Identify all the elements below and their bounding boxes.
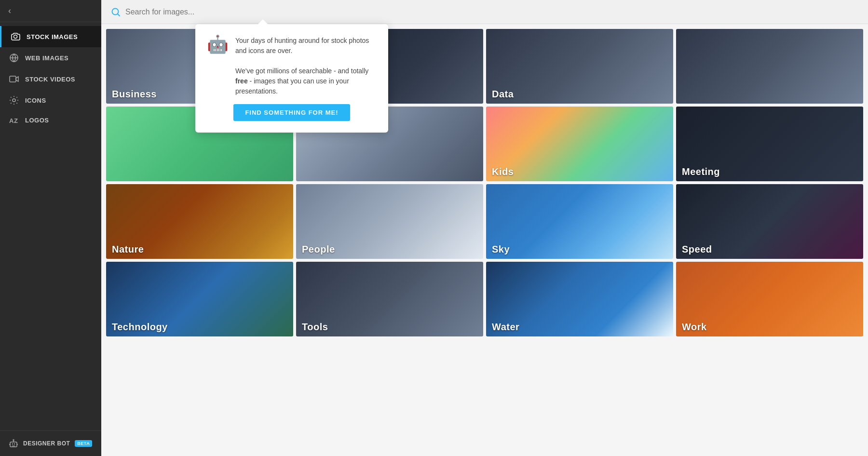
tooltip-text: Your days of hunting around for stock ph… — [235, 36, 377, 96]
sidebar-item-logos[interactable]: AZ Logos — [0, 111, 101, 130]
sidebar-top: ‹ — [0, 0, 101, 22]
grid-label-sky: Sky — [486, 240, 515, 259]
sidebar-item-label: Icons — [25, 97, 46, 104]
search-input[interactable] — [125, 8, 858, 16]
grid-label-data: Data — [486, 85, 519, 104]
tooltip-line2-pre: We've got millions of searchable - and t… — [235, 67, 368, 75]
svg-point-0 — [14, 35, 17, 39]
grid-label-work: Work — [676, 318, 713, 336]
sidebar-item-stock-videos[interactable]: Stock Videos — [0, 68, 101, 90]
grid-label-business: Business — [106, 85, 163, 104]
svg-point-3 — [13, 99, 15, 102]
sidebar: ‹ Stock Images Web Images — [0, 0, 101, 456]
grid-item-nature[interactable]: Nature — [106, 184, 293, 259]
grid-label-meeting: Meeting — [676, 162, 726, 181]
grid-item-meeting[interactable]: Meeting — [676, 107, 863, 181]
grid-item-kids[interactable]: Kids — [486, 107, 673, 181]
grid-label-technology: Technology — [106, 318, 174, 336]
gear-icon — [9, 95, 19, 105]
grid-item-sky[interactable]: Sky — [486, 184, 673, 259]
designer-bot-button[interactable]: Designer Bot BETA — [9, 439, 93, 448]
sidebar-item-stock-images[interactable]: Stock Images — [0, 26, 101, 47]
camera-icon — [10, 32, 21, 41]
back-button[interactable]: ‹ — [0, 0, 19, 22]
sidebar-item-label: Web Images — [25, 54, 68, 62]
sidebar-item-label: Stock Images — [27, 33, 78, 40]
grid-label-people: People — [296, 240, 341, 259]
grid-label-nature: Nature — [106, 240, 149, 259]
find-something-button[interactable]: FIND SOMETHING FOR ME! — [233, 104, 350, 121]
search-header — [101, 0, 868, 24]
tooltip-line2-post: - images that you can use in your presen… — [235, 77, 349, 95]
svg-text:AZ: AZ — [9, 117, 18, 124]
grid-item-blank1[interactable] — [676, 29, 863, 104]
grid-item-data[interactable]: Data — [486, 29, 673, 104]
robot-icon — [9, 439, 18, 448]
grid-item-work[interactable]: Work — [676, 262, 863, 336]
grid-item-tools[interactable]: Tools — [296, 262, 483, 336]
svg-rect-2 — [10, 76, 16, 82]
sidebar-item-label: Logos — [25, 117, 49, 124]
tooltip-popup: 🤖 Your days of hunting around for stock … — [195, 24, 388, 133]
video-icon — [9, 74, 19, 84]
grid-label-blank1 — [676, 96, 688, 104]
az-icon: AZ — [9, 117, 19, 124]
sidebar-bottom: Designer Bot BETA — [0, 430, 101, 456]
tooltip-header: 🤖 Your days of hunting around for stock … — [207, 36, 377, 96]
tooltip-line2: We've got millions of searchable - and t… — [235, 66, 377, 96]
grid-label-tools: Tools — [296, 318, 334, 336]
grid-label-food — [106, 174, 118, 181]
svg-rect-6 — [12, 443, 13, 444]
grid-label-fitness — [296, 174, 308, 181]
sidebar-nav: Stock Images Web Images Stock Videos — [0, 22, 101, 430]
svg-point-8 — [13, 440, 14, 441]
grid-label-kids: Kids — [486, 162, 519, 181]
sidebar-item-web-images[interactable]: Web Images — [0, 47, 101, 68]
grid-item-water[interactable]: Water — [486, 262, 673, 336]
globe-icon — [9, 53, 19, 63]
grid-label-water: Water — [486, 318, 525, 336]
grid-item-technology[interactable]: Technology — [106, 262, 293, 336]
tooltip-line1: Your days of hunting around for stock ph… — [235, 36, 377, 56]
sidebar-item-icons[interactable]: Icons — [0, 90, 101, 111]
search-icon — [111, 7, 121, 17]
beta-badge: BETA — [75, 440, 92, 447]
grid-item-people[interactable]: People — [296, 184, 483, 259]
sidebar-item-label: Stock Videos — [25, 76, 75, 83]
tooltip-robot-icon: 🤖 — [207, 36, 229, 53]
main-content: 🤖 Your days of hunting around for stock … — [101, 0, 868, 456]
designer-bot-label: Designer Bot — [23, 440, 70, 447]
svg-rect-7 — [14, 443, 15, 444]
tooltip-free-text: free — [235, 77, 248, 85]
grid-label-speed: Speed — [676, 240, 718, 259]
grid-item-speed[interactable]: Speed — [676, 184, 863, 259]
